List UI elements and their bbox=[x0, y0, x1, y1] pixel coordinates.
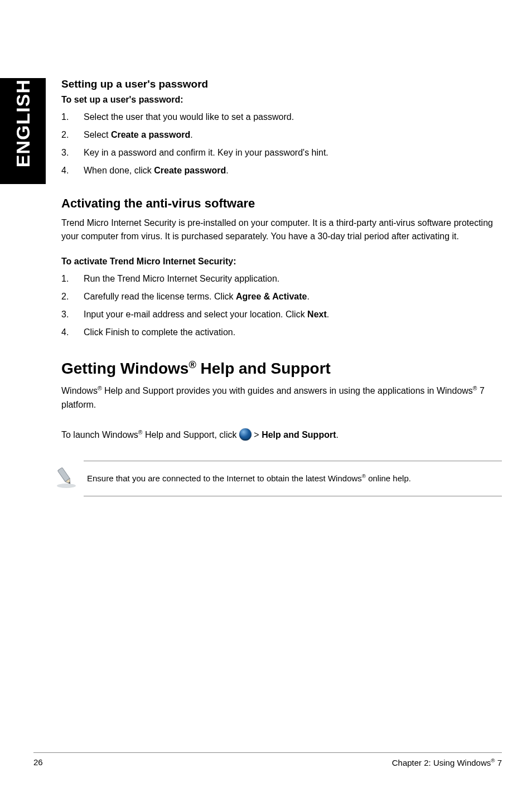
step-number: 1. bbox=[61, 110, 84, 124]
step-text: Key in a password and confirm it. Key in… bbox=[84, 146, 328, 160]
list-set-password: 1. Select the user that you would like t… bbox=[61, 110, 502, 177]
windows-start-orb-icon bbox=[239, 428, 252, 441]
list-item: 4. Click Finish to complete the activati… bbox=[61, 326, 502, 339]
side-language-label: ENGLISH bbox=[12, 79, 34, 167]
step-number: 3. bbox=[61, 308, 84, 321]
heading-antivirus: Activating the anti-virus software bbox=[61, 196, 502, 211]
list-item: 1. Run the Trend Micro Internet Security… bbox=[61, 272, 502, 286]
list-item: 2. Select Create a password. bbox=[61, 128, 502, 142]
subheading-antivirus: To activate Trend Micro Internet Securit… bbox=[61, 257, 502, 267]
step-text: Click Finish to complete the activation. bbox=[84, 326, 235, 339]
list-item: 4. When done, click Create password. bbox=[61, 164, 502, 177]
step-text: Select Create a password. bbox=[84, 128, 193, 142]
step-text: Input your e-mail address and select you… bbox=[84, 308, 329, 321]
chapter-label: Chapter 2: Using Windows® 7 bbox=[392, 757, 502, 767]
list-item: 2. Carefully read the license terms. Cli… bbox=[61, 290, 502, 303]
list-item: 1. Select the user that you would like t… bbox=[61, 110, 502, 124]
heading-set-password: Setting up a user's password bbox=[61, 78, 502, 90]
page-number: 26 bbox=[33, 757, 43, 767]
page-content: Setting up a user's password To set up a… bbox=[61, 78, 502, 496]
paragraph-launch-help: To launch Windows® Help and Support, cli… bbox=[61, 428, 502, 442]
step-number: 1. bbox=[61, 272, 84, 286]
heading-help-support: Getting Windows® Help and Support bbox=[61, 359, 502, 378]
step-text: When done, click Create password. bbox=[84, 164, 229, 177]
paragraph-help-intro: Windows® Help and Support provides you w… bbox=[61, 384, 502, 411]
step-number: 2. bbox=[61, 128, 84, 142]
step-number: 3. bbox=[61, 146, 84, 160]
list-antivirus: 1. Run the Trend Micro Internet Security… bbox=[61, 272, 502, 339]
list-item: 3. Key in a password and confirm it. Key… bbox=[61, 146, 502, 160]
step-text: Select the user that you would like to s… bbox=[84, 110, 294, 124]
note-block: Ensure that you are connected to the Int… bbox=[61, 461, 502, 496]
note-pencil-icon bbox=[55, 466, 83, 491]
paragraph-antivirus-intro: Trend Micro Internet Security is pre-ins… bbox=[61, 216, 502, 243]
step-number: 4. bbox=[61, 326, 84, 339]
page-footer: 26 Chapter 2: Using Windows® 7 bbox=[33, 752, 502, 767]
step-text: Run the Trend Micro Internet Security ap… bbox=[84, 272, 279, 286]
subheading-set-password: To set up a user's password: bbox=[61, 95, 502, 105]
note-text: Ensure that you are connected to the Int… bbox=[87, 473, 411, 484]
svg-point-0 bbox=[57, 484, 76, 488]
step-text: Carefully read the license terms. Click … bbox=[84, 290, 309, 303]
step-number: 2. bbox=[61, 290, 84, 303]
step-number: 4. bbox=[61, 164, 84, 177]
list-item: 3. Input your e-mail address and select … bbox=[61, 308, 502, 321]
